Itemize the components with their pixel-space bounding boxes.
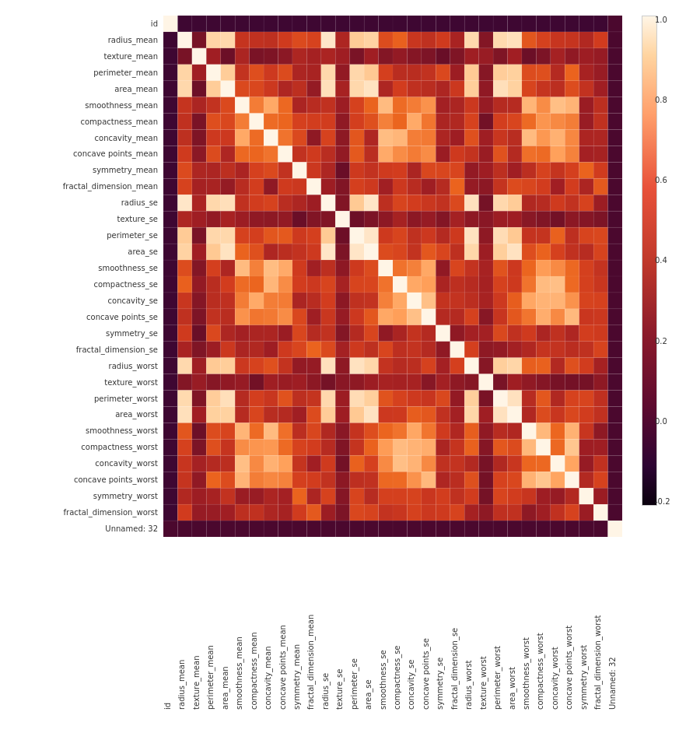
y-label: concavity_worst (0, 455, 162, 472)
x-label: area_worst (508, 541, 522, 712)
colorbar-tick-label: 0.8 (655, 96, 686, 104)
y-label: concavity_se (0, 293, 162, 309)
y-label: Unnamed: 32 (0, 521, 162, 537)
x-label: id (163, 541, 177, 712)
x-label: compactness_mean (250, 541, 264, 712)
y-label: concavity_mean (0, 130, 162, 146)
y-label: smoothness_mean (0, 97, 162, 114)
y-label: concave points_mean (0, 146, 162, 163)
y-label: symmetry_worst (0, 488, 162, 504)
x-label: concavity_mean (264, 541, 278, 712)
x-axis-labels: idradius_meantexture_meanperimeter_meana… (163, 541, 622, 712)
x-label: radius_worst (464, 541, 478, 712)
x-label: concave points_se (422, 541, 436, 712)
x-label: perimeter_se (350, 541, 364, 712)
y-label: area_worst (0, 407, 162, 423)
x-label: concave points_worst (565, 541, 579, 712)
x-label: area_se (364, 541, 378, 712)
colorbar-tick-label: 0.0 (655, 417, 686, 426)
y-label: id (0, 16, 162, 32)
colorbar-tick-label: 0.6 (655, 176, 686, 184)
x-label: area_mean (221, 541, 235, 712)
x-label: symmetry_worst (579, 541, 593, 712)
x-label: concavity_worst (551, 541, 565, 712)
x-label: compactness_worst (536, 541, 550, 712)
y-label: compactness_worst (0, 439, 162, 455)
colorbar: 1.00.80.60.40.20.0-0.2 (638, 16, 661, 537)
y-label: concave points_se (0, 309, 162, 325)
x-label: concave points_mean (278, 541, 292, 712)
y-label: area_mean (0, 81, 162, 97)
main-container: idradius_meantexture_meanperimeter_meana… (0, 0, 700, 747)
x-label: texture_se (335, 541, 349, 712)
y-label: concave points_worst (0, 472, 162, 488)
y-label: smoothness_se (0, 260, 162, 276)
y-label: fractal_dimension_se (0, 342, 162, 358)
y-label: perimeter_se (0, 227, 162, 244)
x-label: symmetry_mean (292, 541, 306, 712)
x-label: symmetry_se (436, 541, 450, 712)
heatmap-chart (163, 16, 622, 537)
y-label: symmetry_mean (0, 162, 162, 178)
heatmap-canvas (163, 16, 622, 537)
y-label: radius_worst (0, 358, 162, 374)
x-label: Unnamed: 32 (608, 541, 622, 712)
x-label: radius_mean (177, 541, 191, 712)
y-label: fractal_dimension_mean (0, 178, 162, 195)
y-label: radius_mean (0, 32, 162, 48)
y-label: smoothness_worst (0, 423, 162, 439)
x-label: perimeter_mean (206, 541, 220, 712)
x-label: fractal_dimension_mean (306, 541, 320, 712)
x-label: texture_mean (192, 541, 206, 712)
y-label: area_se (0, 244, 162, 260)
y-label: radius_se (0, 195, 162, 211)
y-label: texture_worst (0, 374, 162, 391)
x-label: smoothness_mean (235, 541, 249, 712)
colorbar-tick-label: 0.2 (655, 337, 686, 345)
x-label: radius_se (321, 541, 335, 712)
x-label: fractal_dimension_se (450, 541, 464, 712)
y-label: texture_se (0, 211, 162, 227)
y-label: fractal_dimension_worst (0, 504, 162, 521)
y-label: perimeter_mean (0, 65, 162, 81)
y-label: perimeter_worst (0, 391, 162, 407)
y-label: symmetry_se (0, 325, 162, 342)
x-label: texture_worst (479, 541, 493, 712)
y-label: compactness_mean (0, 114, 162, 130)
x-label: smoothness_se (379, 541, 393, 712)
x-label: concavity_se (407, 541, 421, 712)
y-label: texture_mean (0, 48, 162, 65)
x-label: smoothness_worst (522, 541, 536, 712)
colorbar-tick-label: -0.2 (655, 497, 686, 506)
colorbar-labels: 1.00.80.60.40.20.0-0.2 (655, 16, 686, 506)
x-label: compactness_se (393, 541, 407, 712)
y-axis-labels: idradius_meantexture_meanperimeter_meana… (0, 16, 162, 537)
y-label: compactness_se (0, 276, 162, 293)
x-label: perimeter_worst (493, 541, 507, 712)
colorbar-tick-label: 1.0 (655, 16, 686, 24)
x-label: fractal_dimension_worst (593, 541, 607, 712)
colorbar-tick-label: 0.4 (655, 256, 686, 265)
